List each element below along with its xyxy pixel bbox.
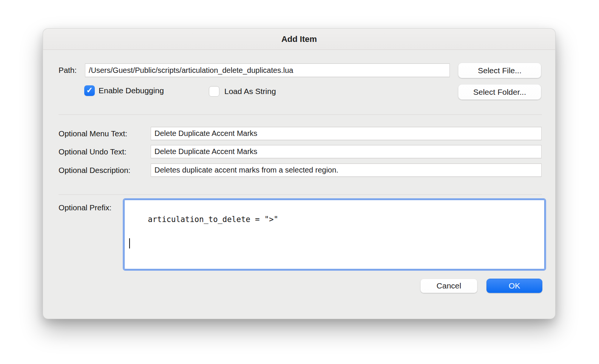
enable-debugging-label: Enable Debugging: [99, 85, 164, 96]
optional-undo-text-label: Optional Undo Text:: [59, 145, 127, 158]
path-label: Path:: [59, 63, 77, 77]
optional-prefix-textarea[interactable]: articulation_to_delete = ">": [124, 200, 545, 269]
optional-description-input[interactable]: [151, 163, 542, 177]
enable-debugging-checkbox[interactable]: ✓: [84, 85, 95, 96]
cancel-button[interactable]: Cancel: [420, 279, 477, 293]
optional-menu-text-input[interactable]: [151, 127, 542, 140]
text-caret: [129, 238, 130, 248]
checkmark-icon: ✓: [86, 85, 93, 96]
prefix-code-line: articulation_to_delete = ">": [148, 215, 278, 224]
optional-undo-text-input[interactable]: [151, 145, 542, 158]
add-item-dialog: Add Item Path: Select File... ✓ Enable D…: [43, 28, 556, 319]
load-as-string-label: Load As String: [224, 86, 276, 97]
section-divider: [59, 194, 542, 195]
select-folder-button[interactable]: Select Folder...: [458, 84, 541, 100]
load-as-string-checkbox[interactable]: ✓: [209, 86, 219, 97]
optional-menu-text-label: Optional Menu Text:: [59, 127, 127, 140]
dialog-title: Add Item: [43, 29, 555, 50]
dialog-title-bar[interactable]: Add Item: [43, 29, 555, 50]
optional-description-label: Optional Description:: [59, 163, 130, 177]
select-file-button[interactable]: Select File...: [458, 63, 541, 78]
ok-button[interactable]: OK: [486, 279, 542, 293]
section-divider: [59, 114, 542, 115]
path-input[interactable]: [85, 63, 450, 77]
optional-prefix-label: Optional Prefix:: [59, 202, 111, 213]
